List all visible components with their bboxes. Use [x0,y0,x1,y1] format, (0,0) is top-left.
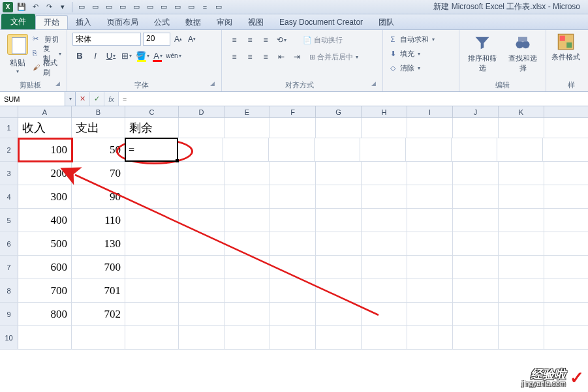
cell[interactable] [407,256,453,279]
align-right-button[interactable]: ≡ [258,50,273,64]
col-header-c[interactable]: C [125,106,179,117]
cell-a5[interactable]: 400 [18,209,72,232]
col-header-a[interactable]: A [18,106,72,117]
border-button[interactable]: ⊞▾ [119,48,134,63]
conditional-format-button[interactable]: 条件格式 [551,33,580,79]
cell[interactable] [407,279,453,302]
cell[interactable] [407,303,453,325]
phonetic-button[interactable]: wén▾ [166,48,181,63]
col-header-b[interactable]: B [72,106,125,117]
col-header-g[interactable]: G [316,106,362,117]
cell-a6[interactable]: 500 [18,232,72,255]
font-size-select[interactable]: 20 [143,33,170,46]
row-header[interactable]: 7 [0,256,18,279]
decrease-font-icon[interactable]: A▾ [186,33,198,45]
cell[interactable] [453,279,499,302]
align-left-button[interactable]: ≡ [227,50,241,64]
qat-btn-7[interactable]: ▭ [158,1,170,13]
increase-indent-button[interactable]: ⇥ [290,50,304,64]
col-header-d[interactable]: D [179,106,224,117]
cell-c6[interactable] [125,232,179,255]
cell[interactable] [178,138,223,161]
cell[interactable] [270,232,316,255]
cell-c9[interactable] [125,303,179,325]
cell[interactable] [179,232,224,255]
cell[interactable] [453,256,499,279]
cell[interactable] [179,279,224,302]
name-box-dropdown[interactable]: ▾ [65,92,76,106]
undo-icon[interactable]: ↶ [29,1,41,13]
increase-font-icon[interactable]: A▴ [172,33,184,45]
dialog-launcher-icon[interactable]: ◢ [371,80,376,87]
cell[interactable] [499,162,544,185]
qat-new-icon[interactable]: ▭ [76,1,87,13]
cell[interactable] [224,162,270,185]
fill-color-button[interactable]: 🪣▾ [135,48,149,63]
tab-layout[interactable]: 页面布局 [99,15,146,29]
cell-a10[interactable] [18,326,72,349]
cell-c4[interactable] [125,185,179,208]
cell[interactable] [316,232,362,255]
cell-b1[interactable]: 支出 [72,118,125,138]
tab-review[interactable]: 审阅 [209,15,240,29]
cell[interactable] [499,256,544,279]
cell-b8[interactable]: 701 [72,279,125,302]
align-top-button[interactable]: ≡ [227,33,241,47]
qat-btn-10[interactable]: = [199,1,211,13]
cell[interactable] [362,118,407,138]
qat-btn-3[interactable]: ▭ [103,1,115,13]
cell-a2[interactable]: 100 [18,138,72,161]
cell[interactable] [224,232,270,255]
cell[interactable] [453,303,499,325]
col-header-j[interactable]: J [453,106,499,117]
wrap-text-button[interactable]: 📄自动换行 [299,34,347,46]
qat-btn-4[interactable]: ▭ [117,1,129,13]
cell[interactable] [179,162,224,185]
cell[interactable] [269,138,315,161]
col-header-h[interactable]: H [362,106,407,117]
fill-button[interactable]: ⬇填充▾ [388,47,454,60]
cell[interactable] [224,303,270,325]
cell[interactable] [407,118,453,138]
cell[interactable] [316,209,362,232]
clear-button[interactable]: ◇清除▾ [388,61,454,74]
cell-b4[interactable]: 90 [72,185,125,208]
cell[interactable] [407,232,453,255]
name-box[interactable]: SUM [0,92,65,106]
cell[interactable] [360,138,406,161]
enter-formula-icon[interactable]: ✓ [90,92,104,106]
cell[interactable] [362,209,407,232]
format-painter-button[interactable]: 🖌格式刷 [33,61,61,74]
cell-a3[interactable]: 200 [18,162,72,185]
cell-c10[interactable] [125,326,179,349]
qat-dropdown-icon[interactable]: ▾ [57,1,69,13]
cell-a9[interactable]: 800 [18,303,72,325]
cell[interactable] [179,185,224,208]
cell[interactable] [223,138,269,161]
align-bottom-button[interactable]: ≡ [258,33,273,47]
cell-b3[interactable]: 70 [72,162,125,185]
qat-btn-8[interactable]: ▭ [172,1,183,13]
cell[interactable] [453,232,499,255]
font-name-select[interactable]: 宋体 [72,33,141,46]
cell[interactable] [406,138,452,161]
sort-filter-button[interactable]: 排序和筛选 [465,33,500,79]
italic-button[interactable]: I [88,48,102,63]
cell-c8[interactable] [125,279,179,302]
cell[interactable] [499,303,544,325]
cell[interactable] [362,326,407,349]
cancel-formula-icon[interactable]: ✕ [76,92,90,106]
col-header-k[interactable]: K [499,106,544,117]
cell[interactable] [270,209,316,232]
cell[interactable] [224,279,270,302]
cell[interactable] [453,162,499,185]
cell-b9[interactable]: 702 [72,303,125,325]
cell[interactable] [224,118,270,138]
find-select-button[interactable]: 查找和选择 [505,33,540,79]
cell[interactable] [270,185,316,208]
row-header[interactable]: 5 [0,209,18,232]
cell-a7[interactable]: 600 [18,256,72,279]
cell[interactable] [497,138,543,161]
align-center-button[interactable]: ≡ [243,50,257,64]
cell[interactable] [179,326,224,349]
